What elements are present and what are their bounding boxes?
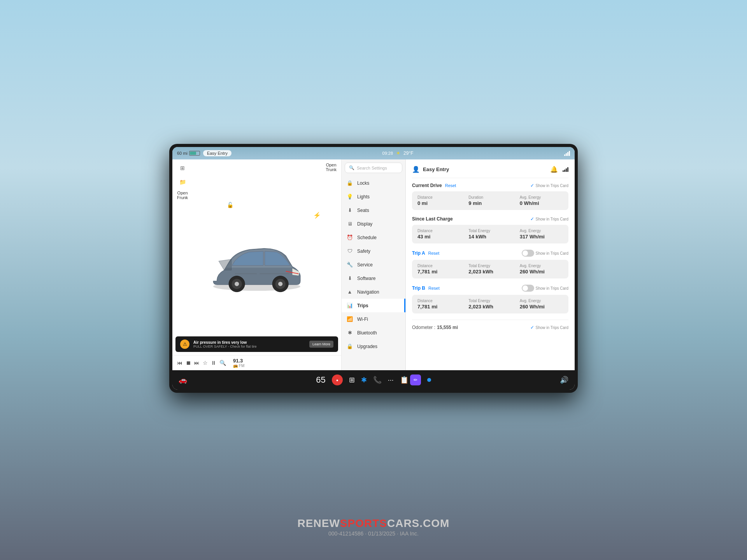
trip-b-total-energy: Total Energy 2,023 kWh (468, 299, 512, 310)
eq-button[interactable]: ⏸ (211, 360, 216, 366)
taskbar-center: 65 ● ⊞ ✱ 📞 ··· 📋 ✏ (193, 374, 554, 385)
taskbar-right: 🔊 (560, 376, 568, 384)
menu-item-bluetooth[interactable]: ✱ Bluetooth (342, 326, 405, 340)
current-drive-reset[interactable]: Reset (445, 183, 456, 188)
menu-item-schedule[interactable]: ⏰ Schedule (342, 231, 405, 244)
stop-button[interactable]: ⏹ (186, 360, 191, 366)
signal-header-icon (563, 167, 568, 172)
open-trunk-label[interactable]: OpenTrunk (326, 163, 337, 172)
odometer-value: 15,555 mi (437, 325, 458, 330)
menu-item-navigation[interactable]: ▲ Navigation (342, 285, 405, 299)
sun-icon: ☀ (396, 150, 400, 156)
menu-label-software: Software (357, 276, 375, 281)
menu-item-software[interactable]: ⬇ Software (342, 271, 405, 285)
menu-label-schedule: Schedule (357, 235, 377, 240)
tesla-screen: 60 mi Easy Entry 09:28 ☀ 29°F (172, 147, 575, 390)
menu-item-trips[interactable]: 📊 Trips (342, 299, 405, 312)
trips-icon: 📊 (346, 303, 353, 308)
svg-point-5 (235, 282, 239, 286)
learn-more-button[interactable]: Learn More (309, 341, 333, 348)
station-band-icon: 📻 (233, 364, 238, 368)
menu-label-display: Display (357, 221, 372, 227)
trip-a-avg-energy: Avg. Energy 260 Wh/mi (520, 264, 563, 275)
menu-label-seats: Seats (357, 208, 369, 213)
bluetooth-taskbar-button[interactable]: ✱ (361, 376, 367, 384)
search-media-button[interactable]: 🔍 (219, 360, 226, 366)
grid-taskbar-button[interactable]: ⊞ (349, 376, 355, 384)
bluetooth-icon: ✱ (346, 330, 353, 336)
volume-button[interactable]: 🔊 (560, 376, 568, 384)
photo-wrapper: 60 mi Easy Entry 09:28 ☀ 29°F (0, 0, 747, 560)
easy-entry-title: Easy Entry (423, 166, 449, 172)
menu-item-wifi[interactable]: 📶 Wi-Fi (342, 312, 405, 326)
menu-item-service[interactable]: 🔧 Service (342, 258, 405, 271)
station-frequency: 91.3 (233, 358, 244, 364)
prev-button[interactable]: ⏮ (177, 360, 182, 366)
trips-content-panel: 👤 Easy Entry 🔔 (406, 159, 575, 370)
bell-icon[interactable]: 🔔 (550, 166, 558, 173)
menu-item-upgrades[interactable]: 🔒 Upgrades (342, 340, 405, 353)
charge-distance: Distance 43 mi (417, 229, 461, 240)
grid-icon[interactable]: ⊞ (177, 163, 188, 173)
trip-b-toggle[interactable] (522, 285, 534, 292)
pencil-button[interactable]: ✏ (410, 374, 421, 385)
record-button[interactable]: ● (332, 374, 343, 385)
menu-item-seats[interactable]: ⬇ Seats (342, 203, 405, 217)
search-placeholder: Search Settings (357, 166, 387, 170)
map-bar-right (564, 151, 570, 156)
menu-label-lights: Lights (357, 194, 370, 200)
menu-item-lights[interactable]: 💡 Lights (342, 190, 405, 203)
current-drive-header: Current Drive Reset ✓ Show in Trips Card (412, 183, 568, 188)
watermark-cars: CARS.COM (387, 517, 449, 529)
station-band: FM (239, 364, 244, 368)
car-image (202, 233, 311, 303)
trip-a-show-trips: Show in Trips Card (522, 250, 568, 257)
trip-b-section: Trip B Reset Show in Trips Card (412, 285, 568, 313)
notes-taskbar-button[interactable]: 📋 (400, 376, 409, 384)
warning-text: Air pressure in tires very low PULL OVER… (193, 340, 305, 348)
trip-a-distance: Distance 7,781 mi (417, 264, 461, 275)
menu-item-display[interactable]: 🖥 Display (342, 217, 405, 231)
more-taskbar-button[interactable]: ··· (388, 376, 394, 384)
watermark-logo: RENEWSPORTSCARS.COM (298, 517, 450, 530)
current-drive-title: Current Drive (412, 183, 442, 188)
trip-a-reset[interactable]: Reset (428, 251, 440, 256)
software-icon: ⬇ (346, 275, 353, 281)
left-panel-top: ⊞ 📁 OpenTrunk (172, 159, 341, 191)
easy-entry-pill[interactable]: Easy Entry (203, 150, 231, 156)
since-last-charge-show-trips: ✓ Show in Trips Card (530, 216, 568, 222)
current-distance: Distance 0 mi (417, 195, 461, 206)
trip-a-header: Trip A Reset Show in Trips Card (412, 250, 568, 257)
open-trunk-area: OpenTrunk (326, 163, 337, 172)
screen-bezel: 60 mi Easy Entry 09:28 ☀ 29°F (169, 144, 578, 393)
main-content: ⊞ 📁 OpenTrunk OpenFrunk 🔓 (172, 159, 575, 370)
indicator-dot (427, 378, 431, 382)
since-last-charge-header: Since Last Charge ✓ Show in Trips Card (412, 216, 568, 222)
car-button[interactable]: 🚗 (179, 376, 187, 384)
menu-label-locks: Locks (357, 180, 369, 186)
trip-b-reset[interactable]: Reset (428, 286, 440, 290)
trip-a-section: Trip A Reset Show in Trips Card (412, 250, 568, 278)
menu-item-safety[interactable]: 🛡 Safety (342, 244, 405, 258)
folder-icon[interactable]: 📁 (177, 177, 188, 187)
favorite-button[interactable]: ☆ (203, 360, 208, 366)
watermark-sub: 000-41214586 · 01/13/2025 · IAA Inc. (298, 530, 450, 537)
trip-b-card: Distance 7,781 mi Total Energy 2,023 kWh… (412, 295, 568, 313)
trip-a-toggle[interactable] (522, 250, 534, 257)
easy-entry-header: 👤 Easy Entry 🔔 (412, 166, 568, 178)
locks-icon: 🔒 (346, 180, 353, 186)
menu-label-navigation: Navigation (357, 289, 379, 295)
seats-icon: ⬇ (346, 207, 353, 213)
phone-taskbar-button[interactable]: 📞 (373, 376, 382, 384)
watermark-sports: SPORTS (340, 517, 387, 529)
current-duration: Duration 9 min (468, 195, 512, 206)
menu-label-service: Service (357, 262, 373, 268)
upgrades-icon: 🔒 (346, 343, 353, 349)
lock-icon: 🔓 (227, 202, 233, 208)
settings-menu: 🔍 Search Settings 🔒 Locks 💡 Lights (342, 159, 406, 370)
open-frunk-label[interactable]: OpenFrunk (177, 191, 188, 200)
search-box[interactable]: 🔍 Search Settings (345, 163, 402, 173)
battery-miles: 60 mi (177, 151, 188, 156)
next-button[interactable]: ⏭ (194, 360, 200, 366)
menu-item-locks[interactable]: 🔒 Locks (342, 176, 405, 190)
